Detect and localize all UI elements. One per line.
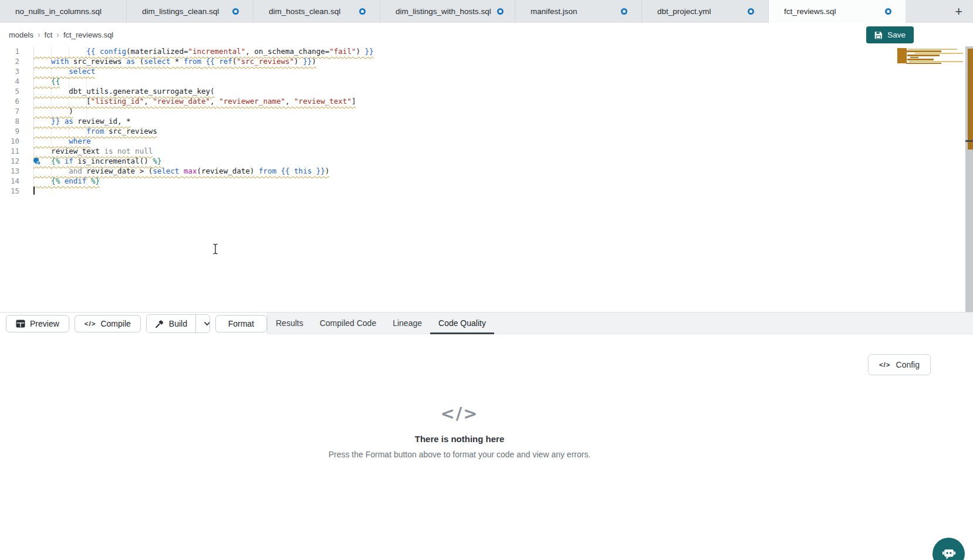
code-text: dbt_utils.generate_surrogate_key( — [19, 86, 215, 96]
code-line[interactable]: 12 {% if is_incremental() %} — [0, 156, 973, 166]
scrollbar-position-mark — [965, 140, 973, 142]
editor-scrollbar[interactable] — [965, 46, 973, 312]
save-button-label: Save — [887, 30, 906, 39]
line-number: 3 — [0, 66, 19, 76]
editor-tab-no_nulls_in_columns-sql[interactable]: no_nulls_in_columns.sql — [0, 0, 127, 23]
breadcrumb-item[interactable]: fct_reviews.sql — [63, 30, 113, 39]
code-line[interactable]: 2 with src_reviews as (select * from {{ … — [0, 56, 973, 66]
scrollbar-warning-marks — [968, 49, 973, 150]
text-caret — [33, 186, 35, 195]
editor-tab-fct_reviews-sql[interactable]: fct_reviews.sql — [769, 0, 906, 23]
line-number: 12 — [0, 156, 19, 166]
code-line[interactable]: 13 and review_date > (select max(review_… — [0, 166, 973, 176]
line-number: 11 — [0, 146, 19, 156]
table-icon — [16, 320, 25, 328]
build-button[interactable]: Build — [147, 315, 195, 332]
panel-tab-code-quality[interactable]: Code Quality — [430, 313, 494, 334]
code-line[interactable]: 5 dbt_utils.generate_surrogate_key( — [0, 86, 973, 96]
code-slash-icon: </> — [166, 403, 753, 423]
code-text: ["listing_id", "review_date", "reviewer_… — [19, 96, 356, 106]
new-tab-button[interactable]: + — [951, 0, 966, 23]
code-text: ) — [19, 106, 73, 116]
tab-label: dim_listings_clean.sql — [142, 7, 219, 16]
line-number: 2 — [0, 56, 19, 66]
panel-tab-bar: ResultsCompiled CodeLineageCode Quality — [267, 313, 973, 334]
panel-tab-compiled-code[interactable]: Compiled Code — [312, 313, 385, 334]
code-text: select — [19, 66, 95, 76]
editor-toolbar: Preview </> Compile Build — [0, 312, 973, 334]
build-label: Build — [169, 319, 187, 328]
code-text: review_text is not null — [19, 146, 153, 156]
compile-label: Compile — [100, 319, 130, 328]
format-label: Format — [228, 319, 254, 328]
code-line[interactable]: 15 — [0, 186, 973, 196]
code-line[interactable]: 3 select — [0, 66, 973, 76]
code-text: {{ — [19, 76, 60, 86]
code-line[interactable]: 14 {% endif %} — [0, 176, 973, 186]
config-button[interactable]: </> Config — [868, 354, 931, 375]
code-text: }} as review_id, * — [19, 116, 131, 126]
empty-state-title: There is nothing here — [166, 434, 753, 444]
code-line[interactable]: 8 }} as review_id, * — [0, 116, 973, 126]
line-number: 9 — [0, 126, 19, 136]
tab-label: no_nulls_in_columns.sql — [15, 7, 102, 16]
code-line[interactable]: 6 ["listing_id", "review_date", "reviewe… — [0, 96, 973, 106]
code-text: and review_date > (select max(review_dat… — [19, 166, 329, 176]
code-text: with src_reviews as (select * from {{ re… — [19, 56, 316, 66]
action-buttons: Preview </> Compile Build — [0, 313, 267, 334]
mouse-ibeam-cursor — [212, 243, 219, 257]
unsaved-changes-icon — [359, 8, 366, 15]
code-text: where — [19, 136, 91, 146]
save-button[interactable]: Save — [866, 26, 914, 43]
build-options-dropdown[interactable] — [195, 315, 210, 332]
line-number: 8 — [0, 116, 19, 126]
preview-label: Preview — [30, 319, 59, 328]
breadcrumb-item[interactable]: models — [9, 30, 33, 39]
tab-label: dim_hosts_clean.sql — [269, 7, 340, 16]
code-icon: </> — [879, 361, 891, 368]
code-editor[interactable]: 1 {{ config(materialized="incremental", … — [0, 46, 973, 312]
editor-tab-dim_listings_with_hosts-sql[interactable]: dim_listings_with_hosts.sql — [380, 0, 515, 23]
editor-tab-dim_listings_clean-sql[interactable]: dim_listings_clean.sql — [127, 0, 254, 23]
panel-tab-results[interactable]: Results — [268, 313, 312, 334]
code-line[interactable]: 9 from src_reviews — [0, 126, 973, 136]
code-line[interactable]: 7 ) — [0, 106, 973, 116]
editor-tab-manifest-json[interactable]: manifest.json — [515, 0, 642, 23]
minimap[interactable] — [897, 48, 964, 66]
preview-button[interactable]: Preview — [6, 315, 69, 332]
code-line[interactable]: 4 {{ — [0, 76, 973, 86]
line-number: 5 — [0, 86, 19, 96]
editor-tab-bar: no_nulls_in_columns.sqldim_listings_clea… — [0, 0, 973, 23]
unsaved-changes-icon — [497, 8, 504, 15]
editor-tab-dbt_project-yml[interactable]: dbt_project.yml — [642, 0, 769, 23]
code-line[interactable]: 10 where — [0, 136, 973, 146]
empty-state: </> There is nothing here Press the Form… — [166, 403, 753, 459]
line-number: 14 — [0, 176, 19, 186]
code-text: {% endif %} — [19, 176, 100, 186]
code-line[interactable]: 11 review_text is not null — [0, 146, 973, 156]
breadcrumb-item[interactable]: fct — [45, 30, 53, 39]
line-number: 4 — [0, 76, 19, 86]
code-line[interactable]: 1 {{ config(materialized="incremental", … — [0, 46, 973, 56]
file-header-row: models›fct›fct_reviews.sql Save — [0, 23, 973, 47]
format-button[interactable]: Format — [215, 315, 267, 332]
code-text: from src_reviews — [19, 126, 157, 136]
editor-tab-dim_hosts_clean-sql[interactable]: dim_hosts_clean.sql — [254, 0, 380, 23]
breadcrumb-separator: › — [56, 30, 59, 39]
line-number: 10 — [0, 136, 19, 146]
unsaved-changes-icon — [748, 8, 754, 15]
compile-button[interactable]: </> Compile — [75, 315, 141, 332]
line-number: 1 — [0, 46, 19, 56]
line-number: 7 — [0, 106, 19, 116]
unsaved-changes-icon — [885, 8, 891, 15]
breadcrumb: models›fct›fct_reviews.sql — [9, 23, 113, 46]
line-number: 13 — [0, 166, 19, 176]
save-icon — [874, 31, 883, 39]
quick-fix-lightbulb-icon[interactable] — [33, 157, 41, 165]
tab-label: dim_listings_with_hosts.sql — [396, 7, 491, 16]
line-number: 15 — [0, 186, 19, 196]
panel-tab-lineage[interactable]: Lineage — [384, 313, 430, 334]
breadcrumb-separator: › — [38, 30, 40, 39]
config-label: Config — [896, 360, 920, 369]
empty-state-description: Press the Format button above to format … — [166, 450, 753, 459]
